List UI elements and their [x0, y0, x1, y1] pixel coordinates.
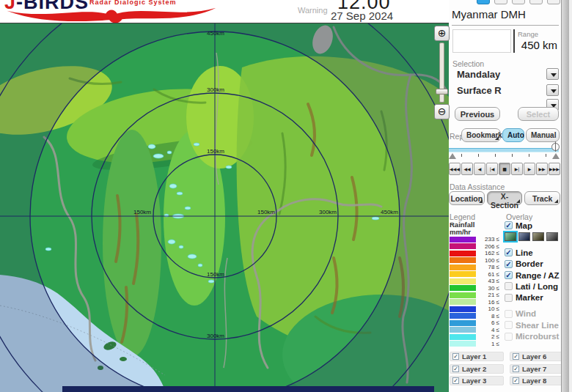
corner-fold-icon — [495, 136, 499, 140]
layer-toggle[interactable]: Layer 8 — [510, 376, 561, 385]
checkbox-icon[interactable] — [452, 366, 459, 372]
legend-entry: 16 ≤ — [450, 299, 499, 306]
overlay-item-lati-long[interactable]: Lati / Long — [505, 281, 561, 292]
checkbox-icon[interactable] — [513, 366, 519, 372]
radar-application-window: 150km 150km 300km 450km 450km 300km 150k… — [0, 0, 572, 392]
x-section-button[interactable]: X-Section — [487, 191, 523, 205]
range-label: 450km — [381, 209, 398, 215]
checkbox-icon[interactable] — [505, 271, 513, 279]
legend-entry: 100 ≤ — [450, 257, 499, 265]
playback-controls: ◀◀◀ ◀◀ ◀ |◀ ■ ▶| ▶ ▶▶ ▶▶▶ — [449, 163, 560, 175]
checkbox-icon[interactable] — [505, 260, 513, 268]
legend-entry: 21 ≤ — [450, 292, 499, 299]
overlay-item-line[interactable]: Line — [505, 247, 561, 258]
station-dropdown[interactable]: Mandalay — [452, 67, 561, 82]
legend-entry: 78 ≤ — [450, 264, 499, 271]
legend-entry: 30 ≤ — [450, 285, 499, 292]
legend-color-swatch — [450, 313, 476, 319]
timeline-slider-handle[interactable] — [551, 143, 560, 151]
layer-toggle[interactable]: Layer 6 — [510, 352, 561, 361]
skip-to-end-button[interactable]: ▶▶▶ — [549, 163, 560, 175]
checkbox-icon[interactable] — [513, 377, 519, 384]
legend-entry: 206 ≤ — [450, 243, 499, 251]
dropdown-arrow-icon[interactable] — [546, 68, 559, 80]
toolbar-mini-button-5[interactable] — [547, 0, 560, 4]
layer-toggle[interactable]: Layer 2 — [450, 364, 504, 374]
bookmark-button[interactable]: Bookmark — [461, 128, 501, 142]
legend-entry: 233 ≤ — [450, 236, 499, 243]
checkbox-icon[interactable] — [505, 248, 513, 256]
toolbar-mini-button-4[interactable] — [529, 0, 543, 4]
zoom-out-icon: ⊖ — [438, 106, 447, 117]
checkbox-icon[interactable] — [452, 377, 459, 384]
previous-button[interactable]: Previous — [455, 107, 500, 121]
toolbar-mini-button-1[interactable] — [477, 0, 490, 4]
range-label: 150km — [207, 148, 224, 155]
data-assistance-label: Data Assistance — [450, 182, 505, 191]
stop-button[interactable]: ■ — [499, 163, 510, 175]
checkbox-icon — [505, 321, 513, 329]
map-style-swatch[interactable] — [532, 232, 544, 241]
track-button[interactable]: Track — [524, 191, 560, 205]
play-reverse-button[interactable]: ◀ — [474, 163, 485, 175]
manual-replay-button[interactable]: Manual — [526, 128, 560, 142]
map-style-swatch[interactable] — [518, 232, 530, 241]
legend-color-swatch — [450, 341, 476, 347]
zoom-slider-thumb[interactable] — [436, 89, 448, 95]
window-right-edge — [569, 0, 572, 392]
layer-toggle[interactable]: Layer 3 — [450, 376, 504, 385]
overlay-item-marker[interactable]: Marker — [505, 292, 561, 303]
header-bar: J-BIRDS Radar Dialogic System Warning 12… — [0, 0, 449, 23]
fast-rewind-button[interactable]: ◀◀ — [461, 163, 473, 175]
overlay-item-border[interactable]: Border — [505, 259, 561, 270]
legend-color-swatch — [450, 243, 476, 249]
range-label: 150km — [133, 209, 151, 215]
skip-to-start-button[interactable]: ◀◀◀ — [449, 163, 461, 175]
toolbar-mini-button-3[interactable] — [512, 0, 525, 4]
legend-entry: 61 ≤ — [450, 271, 499, 278]
map-zoom-control: ⊕ ⊖ — [434, 26, 450, 121]
map-style-swatch[interactable] — [505, 232, 516, 241]
zoom-slider[interactable] — [439, 42, 444, 103]
toolbar-mini-button-2[interactable] — [494, 0, 507, 4]
control-sidebar: Myanmar DMH Range 450 km Selection Manda… — [449, 0, 561, 392]
layer-toggle[interactable]: Layer 7 — [510, 364, 561, 374]
checkbox-icon[interactable] — [452, 353, 459, 360]
replay-timeline-slider[interactable] — [449, 148, 559, 152]
legend-entry: 10 ≤ — [450, 306, 499, 313]
radar-map[interactable]: 150km 150km 300km 450km 450km 300km 150k… — [0, 23, 449, 392]
map-style-swatch[interactable] — [546, 232, 558, 241]
step-forward-button[interactable]: ▶| — [511, 163, 523, 175]
warning-label: Warning — [298, 6, 328, 15]
checkbox-icon[interactable] — [505, 282, 513, 290]
play-button[interactable]: ▶ — [524, 163, 535, 175]
rainfall-legend: 233 ≤ 206 ≤ 162 ≤ 100 ≤ 78 ≤ 61 ≤ 43 ≤ 3… — [450, 236, 499, 347]
overlay-item-range-az[interactable]: Range / AZ — [505, 270, 561, 281]
data-assistance-buttons: Location X-Section Track — [449, 191, 560, 205]
checkbox-icon[interactable] — [505, 294, 513, 302]
location-button[interactable]: Location — [449, 191, 485, 205]
range-label: 150km — [207, 271, 224, 278]
fast-forward-button[interactable]: ▶▶ — [536, 163, 548, 175]
corner-fold-icon — [516, 199, 520, 203]
overlay-item-wind: Wind — [505, 308, 561, 319]
overlay-item-map[interactable]: Map — [505, 220, 561, 231]
auto-replay-button[interactable]: Auto — [502, 128, 524, 142]
checkbox-icon[interactable] — [513, 353, 519, 360]
range-label: 450km — [207, 30, 224, 37]
checkbox-icon[interactable] — [505, 221, 513, 229]
zoom-in-button[interactable]: ⊕ — [434, 26, 450, 41]
select-button[interactable]: Select — [518, 107, 559, 121]
range-label: 300km — [319, 209, 337, 215]
range-value: 450 km — [515, 39, 557, 51]
zoom-out-button[interactable]: ⊖ — [434, 104, 450, 119]
sidebar-scrollbar[interactable] — [561, 0, 569, 392]
step-back-button[interactable]: |◀ — [486, 163, 498, 175]
corner-fold-icon — [554, 199, 558, 203]
product-dropdown[interactable]: Surface R — [452, 84, 561, 98]
legend-color-swatch — [450, 306, 476, 312]
legend-color-swatch — [450, 299, 476, 305]
dropdown-arrow-icon[interactable] — [546, 84, 559, 96]
slider-marker-icon — [449, 153, 456, 159]
layer-toggle[interactable]: Layer 1 — [450, 352, 504, 361]
